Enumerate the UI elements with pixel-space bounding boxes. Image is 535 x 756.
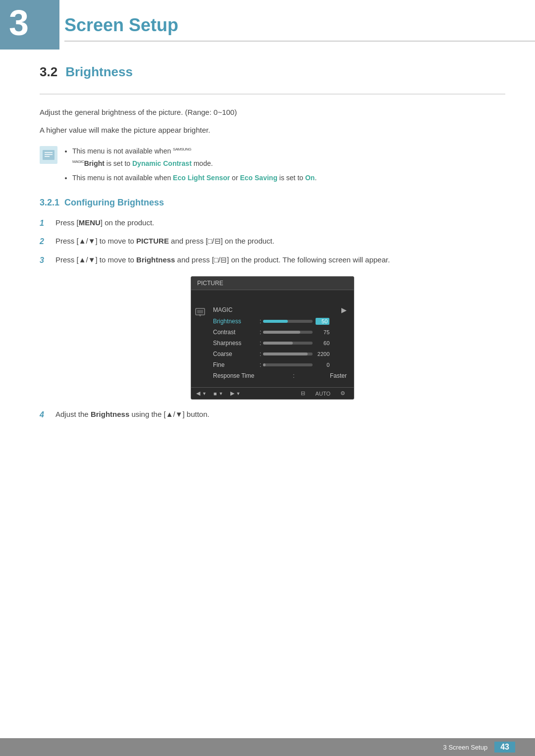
step-num-3: 3 xyxy=(40,254,49,267)
menu-item-brightness: Brightness : 50 xyxy=(210,316,350,327)
response-value: Faster xyxy=(330,372,347,379)
monitor-menu-items: MAGIC ▶ Brightness : 50 Contr xyxy=(206,294,354,383)
subsection-heading: 3.2.1 Configuring Brightness xyxy=(40,198,505,208)
monitor-screenshot: PICTURE MAGIC ▶ xyxy=(191,276,354,400)
step-1: 1 Press [MENU] on the product. xyxy=(40,217,505,230)
monitor-footer: ◀▼ ■▼ ▶▼ ⊟. AUTO. ⚙. xyxy=(191,387,354,399)
step-4-list: 4 Adjust the Brightness using the [▲/▼] … xyxy=(40,408,505,421)
footer-icon-square: ■▼ xyxy=(214,391,223,397)
footer-page-number: 43 xyxy=(494,742,515,753)
subsection-number: 3.2.1 xyxy=(40,198,59,207)
menu-fine-label: Fine xyxy=(213,361,258,368)
footer-icon-auto: AUTO. xyxy=(316,391,334,397)
menu-magic-label: MAGIC xyxy=(213,306,258,313)
main-content: 3.2 Brightness Adjust the general bright… xyxy=(40,64,505,431)
menu-item-fine: Fine : 0 xyxy=(210,359,350,370)
contrast-bar-area: 75 xyxy=(263,329,347,335)
small-monitor-icon xyxy=(195,308,205,317)
note-item-2: This menu is not available when Eco Ligh… xyxy=(72,172,317,184)
highlight-eco-light: Eco Light Sensor xyxy=(173,174,230,182)
brightness-bar-track xyxy=(263,320,313,323)
section-heading: 3.2 Brightness xyxy=(40,64,505,80)
footer-icon-power: ⚙. xyxy=(340,390,349,397)
fine-value: 0 xyxy=(316,362,329,368)
brightness-bold: Brightness xyxy=(91,410,129,418)
menu-item-response: Response Time : Faster xyxy=(210,370,350,381)
coarse-value: 2200 xyxy=(316,351,329,357)
monitor-body: MAGIC ▶ Brightness : 50 Contr xyxy=(191,290,354,387)
fine-bar-area: 0 xyxy=(263,362,347,368)
menu-item-magic: MAGIC ▶ xyxy=(210,304,350,316)
highlight-dynamic-contrast: Dynamic Contrast xyxy=(132,159,192,167)
coarse-bar-track xyxy=(263,353,313,355)
step-4-content: Adjust the Brightness using the [▲/▼] bu… xyxy=(55,408,505,420)
sharpness-bar-area: 60 xyxy=(263,340,347,346)
chapter-header-bar: 3 xyxy=(0,0,59,50)
step-3-content: Press [▲/▼] to move to Brightness and pr… xyxy=(55,254,505,266)
footer-icon-left: ◀▼ xyxy=(196,390,207,397)
brightness-bar-fill xyxy=(263,320,288,323)
contrast-value: 75 xyxy=(316,329,329,335)
monitor-menu-header: PICTURE xyxy=(191,277,354,290)
brightness-bar-area: 50 xyxy=(263,318,347,325)
highlight-eco-saving: Eco Saving xyxy=(240,174,277,182)
monitor-left-icon xyxy=(191,294,206,383)
note-box: This menu is not available when SAMSUNGM… xyxy=(40,145,505,187)
svg-rect-9 xyxy=(43,150,54,160)
step-num-4: 4 xyxy=(40,408,49,421)
sharpness-value: 60 xyxy=(316,340,329,346)
fine-bar-track xyxy=(263,363,313,366)
menu-item-contrast: Contrast : 75 xyxy=(210,327,350,338)
description-2: A higher value will make the picture app… xyxy=(40,124,505,136)
step-4: 4 Adjust the Brightness using the [▲/▼] … xyxy=(40,408,505,421)
highlight-on: On xyxy=(305,174,315,182)
brightness-key: Brightness xyxy=(136,255,175,264)
page-footer: 3 Screen Setup 43 xyxy=(0,738,535,756)
step-3: 3 Press [▲/▼] to move to Brightness and … xyxy=(40,254,505,267)
magic-arrow-icon: ▶ xyxy=(341,306,347,314)
description-1: Adjust the general brightness of the pic… xyxy=(40,106,505,118)
contrast-bar-track xyxy=(263,331,313,334)
steps-list: 1 Press [MENU] on the product. 2 Press [… xyxy=(40,217,505,267)
step-2-content: Press [▲/▼] to move to PICTURE and press… xyxy=(55,235,505,247)
step-num-2: 2 xyxy=(40,235,49,248)
footer-icon-monitor: ⊟. xyxy=(301,390,309,397)
picture-key: PICTURE xyxy=(136,237,169,245)
section-divider xyxy=(40,94,505,95)
fine-bar-fill xyxy=(263,363,266,366)
menu-sharpness-label: Sharpness xyxy=(213,340,258,347)
menu-brightness-label: Brightness xyxy=(213,318,258,325)
note-list: This menu is not available when SAMSUNGM… xyxy=(64,145,317,187)
menu-coarse-label: Coarse xyxy=(213,351,258,357)
subsection-title: Configuring Brightness xyxy=(64,198,164,207)
chapter-title-area: Screen Setup xyxy=(64,15,535,42)
contrast-bar-fill xyxy=(263,331,300,334)
footer-icon-plus: ▶▼ xyxy=(230,390,241,397)
step-1-content: Press [MENU] on the product. xyxy=(55,217,505,229)
chapter-number: 3 xyxy=(9,5,29,41)
menu-item-sharpness: Sharpness : 60 xyxy=(210,338,350,349)
menu-contrast-label: Contrast xyxy=(213,329,258,336)
section-number: 3.2 xyxy=(40,64,57,80)
note-icon xyxy=(40,146,57,164)
menu-key: MENU xyxy=(79,218,101,227)
svg-rect-14 xyxy=(197,310,203,313)
menu-item-coarse: Coarse : 2200 xyxy=(210,349,350,359)
coarse-bar-area: 2200 xyxy=(263,351,347,357)
coarse-bar-fill xyxy=(263,353,308,355)
section-title: Brightness xyxy=(65,64,133,80)
step-num-1: 1 xyxy=(40,217,49,230)
footer-section-label: 3 Screen Setup xyxy=(443,744,488,751)
sharpness-bar-fill xyxy=(263,342,293,345)
note-item-1: This menu is not available when SAMSUNGM… xyxy=(72,145,317,170)
brightness-value: 50 xyxy=(316,318,329,325)
menu-response-label: Response Time xyxy=(213,372,258,379)
step-2: 2 Press [▲/▼] to move to PICTURE and pre… xyxy=(40,235,505,248)
chapter-title: Screen Setup xyxy=(64,15,535,42)
sharpness-bar-track xyxy=(263,342,313,345)
